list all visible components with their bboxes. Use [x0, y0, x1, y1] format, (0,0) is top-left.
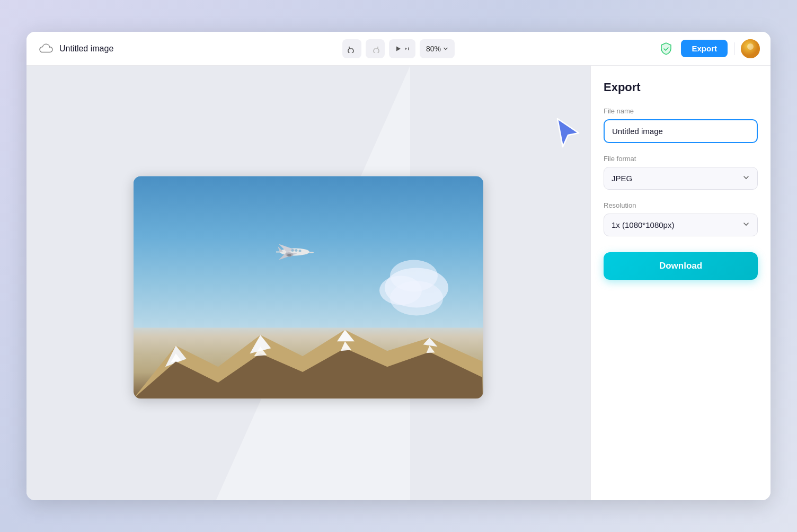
svg-point-4: [295, 249, 298, 251]
resolution-select[interactable]: 1x (1080*1080px) 2x (2160*2160px) 3x (32…: [604, 214, 758, 236]
panel-title: Export: [604, 81, 758, 94]
header-divider: [734, 42, 734, 55]
airplane-scene: [134, 176, 483, 398]
resolution-wrapper: 1x (1080*1080px) 2x (2160*2160px) 3x (32…: [604, 214, 758, 236]
file-name-label: File name: [604, 107, 758, 115]
zoom-value: 80%: [426, 45, 441, 53]
cloud-icon: [37, 40, 54, 57]
canvas-area[interactable]: [26, 66, 590, 500]
svg-point-7: [287, 253, 291, 256]
file-format-select[interactable]: JPEG PNG SVG PDF WebP: [604, 167, 758, 190]
image-frame: [134, 176, 483, 398]
export-panel: Export File name File format JPEG PNG SV…: [590, 66, 771, 500]
file-name-input[interactable]: [604, 119, 758, 143]
main-content: Export File name File format JPEG PNG SV…: [26, 66, 771, 500]
header: Untitled image: [26, 32, 771, 66]
document-title: Untitled image: [59, 44, 113, 54]
export-button[interactable]: Export: [681, 40, 728, 57]
header-right: Export: [658, 39, 760, 58]
toolbar: 80%: [342, 39, 455, 58]
cloud-layer: [342, 238, 448, 313]
svg-point-1: [747, 43, 754, 50]
play-button[interactable]: [389, 39, 415, 58]
file-format-wrapper: JPEG PNG SVG PDF WebP: [604, 167, 758, 190]
undo-button[interactable]: [342, 39, 361, 58]
avatar[interactable]: [741, 39, 760, 58]
download-button[interactable]: Download: [604, 252, 758, 280]
resolution-label: Resolution: [604, 201, 758, 209]
airplane: [273, 238, 316, 267]
file-format-label: File format: [604, 155, 758, 163]
svg-point-5: [291, 249, 294, 251]
svg-point-3: [299, 249, 302, 252]
shield-icon: [658, 40, 675, 57]
zoom-control[interactable]: 80%: [420, 39, 455, 58]
redo-button[interactable]: [366, 39, 385, 58]
